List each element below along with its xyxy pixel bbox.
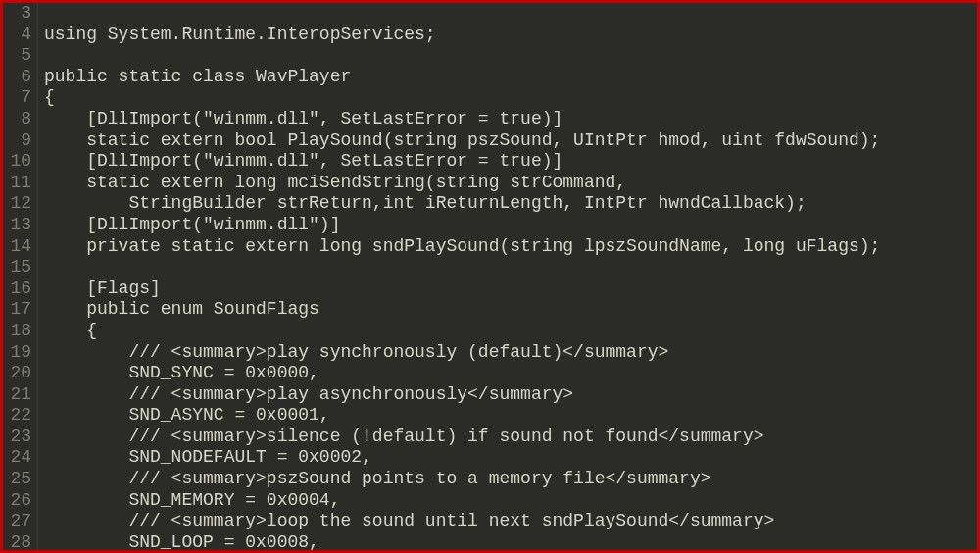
line-number: 20 [3, 363, 31, 384]
code-line[interactable] [44, 45, 977, 67]
line-number: 4 [3, 25, 31, 46]
line-number: 23 [3, 427, 31, 448]
editor-frame: 3456789101112131415161718192021222324252… [0, 0, 980, 553]
line-number: 19 [3, 342, 31, 364]
code-line[interactable]: [DllImport("winmm.dll", SetLastError = t… [44, 151, 977, 173]
line-number: 13 [3, 215, 31, 236]
code-line[interactable]: static extern long mciSendString(string … [44, 173, 977, 194]
line-number: 14 [3, 236, 31, 258]
code-line[interactable]: [DllImport("winmm.dll")] [44, 215, 977, 236]
line-number: 11 [3, 173, 31, 194]
code-line[interactable] [44, 3, 977, 25]
line-number: 16 [3, 278, 31, 300]
code-line[interactable]: static extern bool PlaySound(string pszS… [44, 130, 977, 152]
line-number-gutter: 3456789101112131415161718192021222324252… [3, 3, 37, 550]
editor-area: 3456789101112131415161718192021222324252… [3, 3, 977, 550]
code-line[interactable]: { [44, 87, 977, 109]
line-number: 27 [3, 511, 31, 532]
line-number: 18 [3, 321, 31, 342]
line-number: 17 [3, 299, 31, 321]
line-number: 10 [3, 151, 31, 173]
code-line[interactable]: SND_SYNC = 0x0000, [44, 363, 977, 384]
line-number: 28 [3, 532, 31, 553]
code-line[interactable]: SND_ASYNC = 0x0001, [44, 405, 977, 427]
code-line[interactable]: SND_NODEFAULT = 0x0002, [44, 447, 977, 469]
line-number: 25 [3, 469, 31, 490]
code-content[interactable]: using System.Runtime.InteropServices; pu… [38, 3, 977, 550]
code-line[interactable]: { [44, 321, 977, 342]
code-line[interactable]: StringBuilder strReturn,int iReturnLengt… [44, 193, 977, 215]
code-line[interactable]: /// <summary>silence (!default) if sound… [44, 427, 977, 448]
line-number: 9 [3, 130, 31, 152]
line-number: 6 [3, 67, 31, 88]
code-line[interactable]: private static extern long sndPlaySound(… [44, 236, 977, 258]
line-number: 12 [3, 193, 31, 215]
line-number: 5 [3, 45, 31, 67]
code-line[interactable]: /// <summary>play synchronously (default… [44, 342, 977, 364]
code-line[interactable]: SND_MEMORY = 0x0004, [44, 490, 977, 512]
code-line[interactable]: [Flags] [44, 278, 977, 300]
line-number: 21 [3, 384, 31, 406]
line-number: 3 [3, 3, 31, 25]
code-line[interactable]: /// <summary>pszSound points to a memory… [44, 469, 977, 490]
line-number: 15 [3, 257, 31, 278]
code-line[interactable]: SND_LOOP = 0x0008, [44, 532, 977, 550]
code-line[interactable] [44, 257, 977, 278]
line-number: 22 [3, 405, 31, 427]
line-number: 7 [3, 87, 31, 109]
line-number: 24 [3, 447, 31, 469]
code-line[interactable]: /// <summary>play asynchronously</summar… [44, 384, 977, 406]
line-number: 8 [3, 109, 31, 130]
code-line[interactable]: using System.Runtime.InteropServices; [44, 25, 977, 46]
line-number: 26 [3, 490, 31, 512]
code-line[interactable]: public enum SoundFlags [44, 299, 977, 321]
code-line[interactable]: [DllImport("winmm.dll", SetLastError = t… [44, 109, 977, 130]
code-line[interactable]: public static class WavPlayer [44, 67, 977, 88]
code-line[interactable]: /// <summary>loop the sound until next s… [44, 511, 977, 532]
